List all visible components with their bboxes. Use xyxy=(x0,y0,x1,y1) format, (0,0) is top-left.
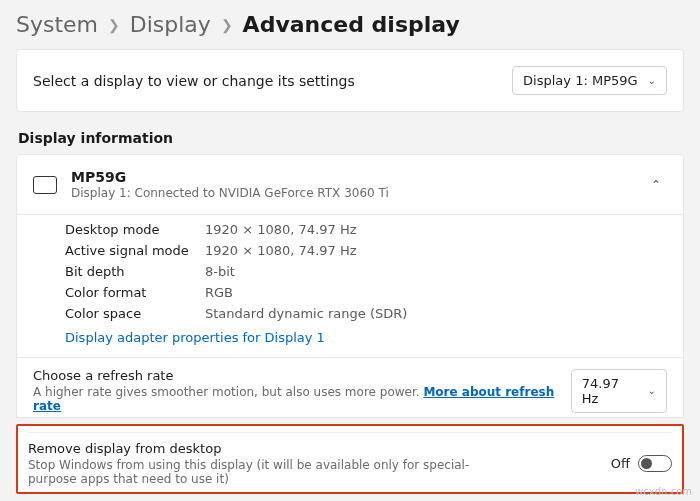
refresh-rate-title: Choose a refresh rate xyxy=(33,368,571,383)
prop-value: RGB xyxy=(205,285,233,300)
remove-display-toggle[interactable] xyxy=(638,455,672,472)
prop-row-color-space: Color space Standard dynamic range (SDR) xyxy=(65,303,683,324)
refresh-rate-value: 74.97 Hz xyxy=(582,376,638,406)
chevron-right-icon: ❯ xyxy=(221,17,233,33)
select-display-card: Select a display to view or change its s… xyxy=(16,49,684,112)
adapter-properties-link[interactable]: Display adapter properties for Display 1 xyxy=(65,324,683,347)
display-name: MP59G xyxy=(71,169,389,185)
prop-row-bit-depth: Bit depth 8-bit xyxy=(65,261,683,282)
remove-display-highlight: Remove display from desktop Stop Windows… xyxy=(16,424,684,494)
prop-value: 8-bit xyxy=(205,264,235,279)
breadcrumb-system[interactable]: System xyxy=(16,12,98,37)
chevron-down-icon: ⌄ xyxy=(648,385,656,396)
monitor-icon xyxy=(33,176,57,194)
remove-display-title: Remove display from desktop xyxy=(28,441,508,456)
display-selector-value: Display 1: MP59G xyxy=(523,73,638,88)
refresh-rate-subtitle: A higher rate gives smoother motion, but… xyxy=(33,385,571,413)
prop-row-desktop-mode: Desktop mode 1920 × 1080, 74.97 Hz xyxy=(65,219,683,240)
display-properties: Desktop mode 1920 × 1080, 74.97 Hz Activ… xyxy=(16,215,684,358)
prop-label: Active signal mode xyxy=(65,243,205,258)
refresh-rate-card: Choose a refresh rate A higher rate give… xyxy=(16,358,684,418)
remove-display-card: Remove display from desktop Stop Windows… xyxy=(28,432,672,486)
prop-value: Standard dynamic range (SDR) xyxy=(205,306,407,321)
display-selector[interactable]: Display 1: MP59G ⌄ xyxy=(512,66,667,95)
prop-label: Desktop mode xyxy=(65,222,205,237)
section-title-display-info: Display information xyxy=(18,130,684,146)
prop-row-active-signal: Active signal mode 1920 × 1080, 74.97 Hz xyxy=(65,240,683,261)
breadcrumb: System ❯ Display ❯ Advanced display xyxy=(16,12,684,37)
prop-value: 1920 × 1080, 74.97 Hz xyxy=(205,243,357,258)
chevron-down-icon: ⌄ xyxy=(648,75,656,86)
prop-label: Color space xyxy=(65,306,205,321)
prop-row-color-format: Color format RGB xyxy=(65,282,683,303)
prop-label: Color format xyxy=(65,285,205,300)
select-display-prompt: Select a display to view or change its s… xyxy=(33,73,355,89)
breadcrumb-current: Advanced display xyxy=(243,12,460,37)
refresh-rate-selector[interactable]: 74.97 Hz ⌄ xyxy=(571,369,667,413)
display-connection: Display 1: Connected to NVIDIA GeForce R… xyxy=(71,186,389,200)
remove-display-subtitle: Stop Windows from using this display (it… xyxy=(28,458,508,486)
watermark: wcxdn.com xyxy=(635,486,692,497)
breadcrumb-display[interactable]: Display xyxy=(130,12,211,37)
prop-label: Bit depth xyxy=(65,264,205,279)
display-header-card[interactable]: MP59G Display 1: Connected to NVIDIA GeF… xyxy=(16,154,684,215)
toggle-state-label: Off xyxy=(611,456,630,471)
prop-value: 1920 × 1080, 74.97 Hz xyxy=(205,222,357,237)
chevron-right-icon: ❯ xyxy=(108,17,120,33)
collapse-icon[interactable]: ⌃ xyxy=(645,174,667,196)
